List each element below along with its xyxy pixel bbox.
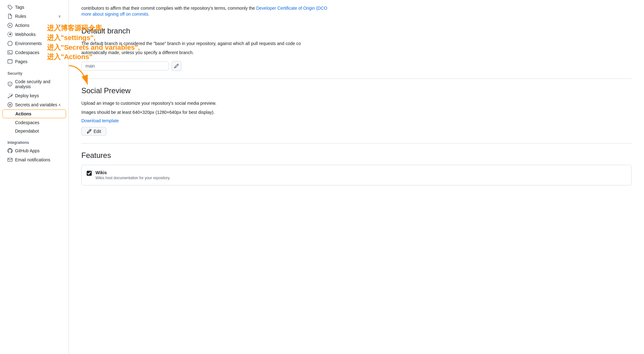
more-commits-link[interactable]: more about signing off on commits.: [81, 12, 150, 17]
actions-play-icon: [8, 23, 13, 28]
sidebar-item-webhooks-label: Webhooks: [15, 32, 36, 37]
default-branch-title: Default branch: [81, 27, 631, 35]
sidebar-sub-dependabot-label: Dependabot: [15, 129, 39, 134]
default-branch-desc2: automatically made, unless you specify a…: [81, 49, 631, 56]
sidebar-item-secrets-label: Secrets and variables: [15, 102, 57, 107]
sidebar-item-tags[interactable]: Tags: [3, 3, 66, 12]
sidebar-item-pages[interactable]: Pages: [3, 57, 66, 66]
dco-link[interactable]: Developer Certificate of Origin (DCO: [256, 6, 327, 11]
edit-button-label: Edit: [94, 129, 101, 134]
github-icon: [8, 148, 13, 153]
codespaces-icon: [8, 50, 13, 55]
download-template-link[interactable]: Download template: [81, 118, 119, 123]
integrations-section-label: Integrations: [0, 135, 69, 146]
sidebar-item-tags-label: Tags: [15, 5, 24, 10]
rules-chevron-icon: ∨: [58, 14, 61, 18]
social-preview-desc: Upload an image to customize your reposi…: [81, 100, 631, 107]
default-branch-section: Default branch The default branch is con…: [81, 19, 631, 79]
sidebar-sub-item-dependabot[interactable]: Dependabot: [3, 127, 66, 135]
sidebar-item-webhooks[interactable]: Webhooks: [3, 30, 66, 39]
sidebar-item-environments[interactable]: Environments: [3, 39, 66, 48]
sidebar-item-rules-label: Rules: [15, 14, 26, 19]
branch-edit-icon-button[interactable]: [171, 61, 181, 71]
environments-icon: [8, 41, 13, 46]
features-section: Features Wikis Wikis host documentation …: [81, 144, 631, 193]
sidebar-item-environments-label: Environments: [15, 41, 42, 46]
sidebar-sub-item-actions[interactable]: Actions: [3, 109, 66, 118]
tag-icon: [8, 5, 13, 10]
webhook-icon: [8, 32, 13, 37]
sidebar-item-pages-label: Pages: [15, 59, 28, 64]
security-section-label: Security: [0, 66, 69, 77]
sidebar-item-codespaces-label: Codespaces: [15, 50, 39, 55]
social-preview-title: Social Preview: [81, 86, 631, 95]
secrets-chevron-icon: ∧: [58, 103, 61, 107]
sidebar-item-deploy-keys-label: Deploy keys: [15, 93, 39, 98]
sidebar-sub-codespaces-label: Codespaces: [15, 120, 39, 125]
branch-input-wrapper: [81, 61, 631, 71]
features-title: Features: [81, 151, 631, 160]
edit-pencil-icon: [87, 129, 92, 134]
sidebar-item-actions[interactable]: Actions ∨: [3, 21, 66, 30]
sidebar-item-github-apps[interactable]: GitHub Apps: [3, 146, 66, 155]
wikis-feature-row: Wikis Wikis host documentation for your …: [87, 170, 626, 180]
sidebar-item-email-notifications[interactable]: Email notifications: [3, 155, 66, 164]
sidebar-item-codespaces[interactable]: Codespaces: [3, 48, 66, 57]
wikis-feature-card: Wikis Wikis host documentation for your …: [81, 165, 631, 185]
sidebar-item-github-apps-label: GitHub Apps: [15, 148, 40, 153]
wikis-label: Wikis: [95, 170, 170, 175]
pages-icon: [8, 59, 13, 64]
wikis-desc: Wikis host documentation for your reposi…: [95, 176, 170, 180]
sidebar-item-code-security[interactable]: Code security and analysis: [3, 77, 66, 91]
sidebar-item-secrets-variables[interactable]: Secrets and variables ∧: [3, 100, 66, 109]
wikis-checkbox[interactable]: [87, 171, 92, 176]
sidebar-item-deploy-keys[interactable]: Deploy keys: [3, 91, 66, 100]
rule-icon: [8, 14, 13, 19]
key-icon: [8, 93, 13, 98]
pencil-icon: [174, 63, 179, 68]
edit-button[interactable]: Edit: [81, 127, 106, 136]
top-note: contributors to affirm that their commit…: [81, 0, 631, 12]
branch-input[interactable]: [81, 62, 169, 70]
main-content: contributors to affirm that their commit…: [69, 0, 644, 354]
sidebar-item-rules[interactable]: Rules ∨: [3, 12, 66, 21]
social-preview-section: Social Preview Upload an image to custom…: [81, 79, 631, 144]
sidebar-item-email-notifications-label: Email notifications: [15, 157, 50, 162]
wikis-feature-info: Wikis Wikis host documentation for your …: [95, 170, 170, 180]
mail-icon: [8, 157, 13, 162]
default-branch-desc1: The default branch is considered the "ba…: [81, 40, 631, 47]
sidebar-sub-item-codespaces[interactable]: Codespaces: [3, 119, 66, 127]
asterisk-icon: [8, 102, 13, 107]
top-note-text: contributors to affirm that their commit…: [81, 6, 256, 11]
social-preview-note: Images should be at least 640×320px (128…: [81, 109, 631, 116]
shield-icon: [8, 82, 13, 87]
sidebar-sub-actions-label: Actions: [15, 111, 31, 116]
sidebar-item-actions-label: Actions: [15, 23, 29, 28]
sidebar-item-code-security-label: Code security and analysis: [15, 79, 61, 89]
sidebar: Tags Rules ∨ Actions ∨: [0, 0, 69, 354]
actions-chevron-icon: ∨: [58, 23, 61, 28]
